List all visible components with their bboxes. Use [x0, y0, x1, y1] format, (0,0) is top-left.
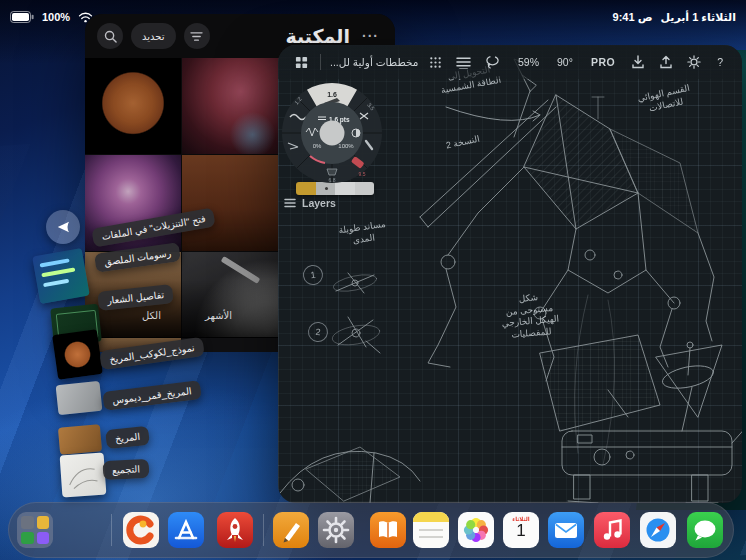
dock-app-photos[interactable] [458, 512, 494, 548]
drag-thumb-sticker [32, 248, 90, 304]
sketch-toolbar: مخططات أولية لل... [278, 45, 742, 79]
import-icon [631, 55, 645, 69]
lines-icon [456, 56, 471, 69]
photo-horsehead-nebula[interactable] [182, 58, 280, 154]
dock-app-folder[interactable] [17, 512, 53, 548]
dock-app-settings[interactable] [318, 512, 354, 548]
import-button[interactable] [624, 45, 652, 79]
dots-grid-icon [429, 56, 442, 69]
active-size-label: 1.6 [327, 91, 337, 98]
folder-mini-icons [21, 516, 49, 544]
back-arrow-icon [54, 219, 72, 235]
dock-divider [111, 514, 112, 546]
annotation-exoskeleton: شكل مستوحى من الهيكل الخارجي للمفصليات [498, 290, 562, 342]
dock-app-notes[interactable] [413, 512, 449, 548]
messages-bubble-icon [687, 512, 723, 548]
marker-size-label: 6.8 [329, 177, 336, 183]
dock-app-calendar[interactable]: الثلاثاء 1 [503, 512, 539, 548]
wifi-icon [78, 11, 93, 23]
grid-icon [295, 56, 308, 69]
dock-app-safari[interactable] [640, 512, 676, 548]
drag-back-button[interactable] [46, 210, 80, 244]
drag-thumb-deimos [56, 381, 103, 415]
photos-flower-icon [458, 512, 494, 548]
eraser-size-label: 9.5 [359, 171, 366, 177]
dock-app-appstore[interactable] [168, 512, 204, 548]
dock-app-drawing[interactable] [273, 512, 309, 548]
photo-mars-hills[interactable] [182, 155, 280, 251]
document-title[interactable]: مخططات أولية لل... [330, 56, 418, 68]
settings-gear-icon [318, 512, 354, 548]
mail-envelope-icon [548, 512, 584, 548]
drag-thumb-mars-photo [58, 424, 102, 455]
zoom-level[interactable]: 59% [509, 56, 548, 68]
toolbar-separator [320, 54, 321, 70]
layers-lines-icon [284, 198, 296, 208]
opacity-min-label: 0% [313, 143, 322, 149]
dots-grid-button[interactable] [422, 45, 449, 79]
dock-app-messages[interactable] [687, 512, 723, 548]
battery-percent: 100% [42, 11, 70, 23]
calendar-day: 1 [503, 521, 539, 541]
tab-months[interactable]: الأشهر [205, 310, 232, 321]
drag-thumb-mars-model [52, 329, 103, 380]
lasso-button[interactable] [478, 45, 507, 79]
dock-app-concepts[interactable] [123, 512, 159, 548]
help-button[interactable]: ? [708, 56, 732, 68]
photo-mars-globe[interactable] [85, 58, 181, 154]
status-date: الثلاثاء 1 أبريل [660, 11, 736, 24]
dock: الثلاثاء 1 [8, 502, 734, 558]
pencil-icon [273, 512, 309, 548]
opacity-max-label: 100% [338, 143, 354, 149]
lasso-icon [485, 55, 500, 69]
rotation-value[interactable]: 90° [548, 56, 582, 68]
concepts-icon [123, 512, 159, 548]
safari-compass-icon [640, 512, 676, 548]
music-note-icon [594, 512, 630, 548]
export-icon [659, 55, 673, 69]
dock-app-rocket[interactable] [217, 512, 253, 548]
status-time: 9:41 ص [613, 11, 653, 24]
gear-icon [687, 55, 701, 69]
sketch-app-window: التحويل إلى الطاقة الشمسية القسم الهوائي… [278, 45, 742, 503]
dock-app-music[interactable] [594, 512, 630, 548]
tab-all[interactable]: الكل [142, 310, 161, 321]
books-icon [370, 512, 406, 548]
align-lines-button[interactable] [449, 45, 478, 79]
search-icon [104, 30, 117, 43]
battery-icon [10, 11, 34, 23]
status-bar: 100% 9:41 ص الثلاثاء 1 أبريل [0, 0, 746, 30]
dock-divider [263, 514, 264, 546]
rocket-icon [217, 512, 253, 548]
color-puck[interactable] [320, 121, 345, 146]
drag-thumb-assembly [60, 453, 107, 498]
more-button[interactable]: ··· [358, 28, 383, 44]
drag-label-assembly: التجميع [103, 459, 150, 480]
dock-app-books[interactable] [370, 512, 406, 548]
layers-panel-header[interactable]: Layers [284, 197, 336, 209]
ipad-screen: 100% 9:41 ص الثلاثاء 1 أبريل الكل الأشهر [0, 0, 746, 560]
filter-lines-icon [190, 31, 203, 42]
tool-wheel[interactable]: 1.6 1.2 3.5 9.5 6.8 1.6 pts 0% 100% [280, 81, 384, 185]
pro-button[interactable]: PRO [582, 56, 624, 68]
layers-label: Layers [302, 197, 336, 209]
export-button[interactable] [652, 45, 680, 79]
settings-button[interactable] [680, 45, 708, 79]
app-store-icon [168, 512, 204, 548]
gallery-button[interactable] [288, 45, 315, 79]
dock-app-mail[interactable] [548, 512, 584, 548]
